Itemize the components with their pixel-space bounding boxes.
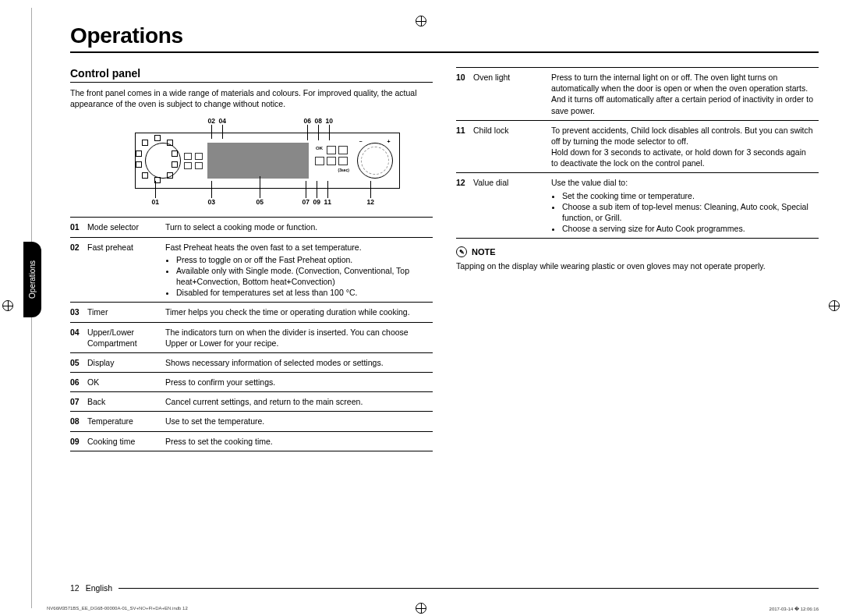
section-tab: Operations	[23, 242, 41, 317]
item-label: Mode selector	[87, 218, 165, 237]
table-row: 09Cooking timePress to set the cooking t…	[70, 431, 433, 451]
item-label: Value dial	[473, 173, 551, 239]
callout-03: 03	[208, 198, 215, 206]
button-grid-right: OK (3sec)	[315, 146, 348, 176]
button-column-1	[184, 153, 192, 169]
table-row: 05DisplayShows necessary information of …	[70, 352, 433, 372]
callout-01: 01	[152, 198, 159, 206]
callout-06: 06	[304, 117, 311, 125]
note-icon: ✎	[456, 246, 467, 257]
item-label: OK	[87, 373, 165, 392]
item-number: 02	[70, 237, 87, 303]
left-column: Control panel The front panel comes in a…	[70, 67, 433, 451]
table-row: 02Fast preheatFast Preheat heats the ove…	[70, 237, 433, 303]
item-label: Back	[87, 392, 165, 412]
page-title: Operations	[70, 23, 819, 53]
note-text: Tapping on the display while wearing pla…	[456, 260, 819, 271]
item-number: 11	[456, 120, 473, 173]
item-number: 10	[456, 68, 473, 121]
item-description: Press to turn the internal light on or o…	[551, 68, 819, 121]
item-number: 09	[70, 431, 87, 451]
note-label: NOTE	[472, 247, 496, 257]
note-heading: ✎ NOTE	[456, 246, 819, 257]
table-row: 10Oven lightPress to turn the internal l…	[456, 68, 819, 121]
item-number: 12	[456, 173, 473, 239]
item-description: The indicators turn on when the divider …	[165, 322, 433, 352]
table-row: 03TimerTimer helps you check the time or…	[70, 303, 433, 322]
callout-07: 07	[302, 198, 310, 206]
item-number: 06	[70, 373, 87, 392]
control-panel-diagram: 02 04 06 08 10	[104, 117, 400, 211]
item-number: 07	[70, 392, 87, 412]
item-description: Timer helps you check the time or operat…	[165, 303, 433, 322]
table-row: 06OKPress to confirm your settings.	[70, 373, 433, 392]
item-label: Fast preheat	[87, 237, 165, 303]
page-footer: 12 English	[70, 583, 819, 593]
callout-08: 08	[315, 117, 322, 125]
mode-selector-diagram	[136, 138, 181, 183]
right-column: 10Oven lightPress to turn the internal l…	[456, 67, 819, 451]
slug-file: NV66M3571BS_EE_DG68-00000A-01_SV+NO+FI+D…	[47, 606, 188, 611]
language-label: English	[86, 583, 112, 593]
item-description: Shows necessary information of selected …	[165, 352, 433, 372]
document-page: Operations Operations Control panel The …	[70, 23, 819, 593]
button-column-2	[195, 153, 203, 169]
section-heading: Control panel	[70, 67, 433, 83]
table-row: 11Child lockTo prevent accidents, Child …	[456, 120, 819, 173]
table-row: 04Upper/Lower CompartmentThe indicators …	[70, 322, 433, 352]
item-description: To prevent accidents, Child lock disable…	[551, 120, 819, 173]
callout-09: 09	[313, 198, 320, 206]
page-number: 12	[70, 583, 80, 593]
callout-02: 02	[208, 117, 215, 125]
table-row: 08TemperatureUse to set the temperature.	[70, 412, 433, 431]
item-number: 05	[70, 352, 87, 372]
callout-10: 10	[326, 117, 333, 125]
item-description: Cancel current settings, and return to t…	[165, 392, 433, 412]
item-number: 03	[70, 303, 87, 322]
table-row: 07BackCancel current settings, and retur…	[70, 392, 433, 412]
callout-05: 05	[256, 198, 264, 206]
item-label: Oven light	[473, 68, 551, 121]
item-description: Fast Preheat heats the oven fast to a se…	[165, 237, 433, 303]
item-description: Use the value dial to:Set the cooking ti…	[551, 173, 819, 239]
item-label: Display	[87, 352, 165, 372]
print-slug: NV66M3571BS_EE_DG68-00000A-01_SV+NO+FI+D…	[47, 606, 819, 611]
item-label: Cooking time	[87, 431, 165, 451]
callout-04: 04	[219, 117, 226, 125]
item-label: Upper/Lower Compartment	[87, 322, 165, 352]
display-area	[207, 143, 309, 179]
table-row: 12Value dialUse the value dial to:Set th…	[456, 173, 819, 239]
item-description: Turn to select a cooking mode or functio…	[165, 218, 433, 237]
item-description: Use to set the temperature.	[165, 412, 433, 431]
intro-text: The front panel comes in a wide range of…	[70, 87, 433, 109]
table-row: 01Mode selectorTurn to select a cooking …	[70, 218, 433, 237]
item-description: Press to set the cooking time.	[165, 431, 433, 451]
item-label: Temperature	[87, 412, 165, 431]
callout-11: 11	[324, 198, 331, 206]
item-number: 04	[70, 322, 87, 352]
item-number: 01	[70, 218, 87, 237]
callout-12: 12	[367, 198, 374, 206]
value-dial-diagram: − +	[357, 143, 393, 179]
control-table-right: 10Oven lightPress to turn the internal l…	[456, 67, 819, 239]
item-label: Timer	[87, 303, 165, 322]
slug-date: 2017-03-14 � 12:06:16	[769, 606, 819, 611]
item-description: Press to confirm your settings.	[165, 373, 433, 392]
item-number: 08	[70, 412, 87, 431]
item-label: Child lock	[473, 120, 551, 173]
control-table-left: 01Mode selectorTurn to select a cooking …	[70, 217, 433, 451]
